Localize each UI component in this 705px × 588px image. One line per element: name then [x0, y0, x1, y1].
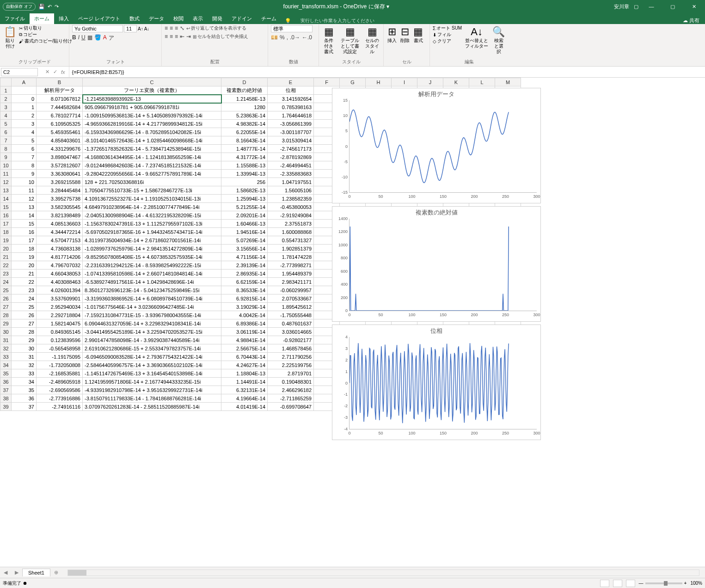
cell-styles-button[interactable]: ▦セルのスタイル	[364, 25, 380, 55]
cell[interactable]: 1.33994E-13	[221, 170, 268, 178]
cell[interactable]: 5.07269E-14	[221, 236, 268, 245]
tab-開発[interactable]: 開発	[208, 13, 227, 24]
column-header-E[interactable]: E	[268, 78, 314, 86]
cell[interactable]: 1	[12, 103, 37, 111]
tell-me-input[interactable]: 実行したい作業を入力してください	[291, 18, 677, 24]
cell[interactable]: 8.16643E-14	[221, 136, 268, 145]
row-header[interactable]: 24	[0, 278, 12, 286]
cell[interactable]: 4.026001394	[37, 286, 83, 294]
insert-cells-button[interactable]: ⊞挿入	[386, 25, 398, 44]
cell[interactable]: 4.01419E-14	[221, 403, 268, 411]
cell[interactable]: -0.565458958	[37, 344, 83, 353]
border-button[interactable]: ▦	[87, 34, 92, 42]
cell[interactable]: 1.582140475	[37, 319, 83, 328]
tab-チーム[interactable]: チーム	[257, 13, 281, 24]
cell[interactable]: 33	[12, 369, 37, 378]
cell[interactable]: 0.554731327	[268, 236, 314, 245]
maximize-button[interactable]: ▢	[664, 4, 681, 10]
cell[interactable]: 2.070533667	[268, 294, 314, 303]
row-header[interactable]: 37	[0, 386, 12, 394]
tab-ホーム[interactable]: ホーム	[30, 13, 54, 24]
format-painter-button[interactable]: 🖌 書式のコピー/貼り付け	[19, 38, 72, 44]
cell[interactable]: 8.071067812	[37, 95, 83, 103]
cell[interactable]: 30	[12, 344, 37, 353]
cell[interactable]: 1.600088868	[268, 228, 314, 236]
column-header-C[interactable]: C	[83, 78, 221, 86]
row-header[interactable]: 15	[0, 203, 12, 211]
comma-icon[interactable]: ,	[287, 34, 288, 41]
row-header[interactable]: 19	[0, 236, 12, 245]
sheet-nav-prev-icon[interactable]: ◀	[0, 570, 11, 576]
clear-button[interactable]: ◇ クリア	[433, 38, 462, 44]
cell[interactable]: 6.09044631327059E-14 + 3.22983294108341E…	[83, 319, 221, 328]
cell[interactable]: 35	[12, 386, 37, 394]
cell[interactable]: 21	[12, 270, 37, 278]
cell[interactable]: -3.056861399	[268, 120, 314, 128]
conditional-format-button[interactable]: ▦条件付き書式	[322, 25, 336, 55]
cell[interactable]: 17	[12, 236, 37, 245]
cell[interactable]: 3	[12, 120, 37, 128]
row-header[interactable]: 16	[0, 211, 12, 220]
row-header[interactable]: 33	[0, 353, 12, 361]
cell[interactable]: 4.331299676	[37, 145, 83, 153]
formula-input[interactable]: {=FOURIER(B2:B257)}	[69, 68, 705, 76]
column-header-D[interactable]: D	[221, 78, 268, 86]
cell[interactable]: 1.70504775510733E-15 + 1.58672846727E-13…	[83, 186, 221, 195]
bold-button[interactable]: B	[72, 34, 76, 42]
cell[interactable]: -0.699708647	[268, 403, 314, 411]
cell[interactable]: -2.335883683	[268, 170, 314, 178]
wrap-text-button[interactable]: ↩ 折り返して全体を表示する	[186, 25, 246, 31]
dec-decimal-icon[interactable]: ←.0	[302, 34, 312, 41]
cell[interactable]: 4.085136603	[37, 220, 83, 228]
increase-font-icon[interactable]: A↑	[138, 26, 143, 31]
cell[interactable]: 4.344472214	[37, 228, 83, 236]
cell[interactable]: 22	[12, 278, 37, 286]
cell[interactable]: 36	[12, 394, 37, 403]
row-header[interactable]: 30	[0, 328, 12, 336]
cell[interactable]: 3.363080641	[37, 170, 83, 178]
cell[interactable]: 1.047197551	[268, 178, 314, 186]
indent-dec-icon[interactable]: ⇤	[180, 33, 184, 40]
row-header[interactable]: 13	[0, 186, 12, 195]
currency-icon[interactable]: 💴	[271, 34, 278, 41]
tab-表示[interactable]: 表示	[188, 13, 208, 24]
undo-icon[interactable]: ↶	[48, 4, 52, 10]
cell[interactable]: 6.89386E-14	[221, 319, 268, 328]
cell[interactable]: 3.572812607	[37, 161, 83, 170]
row-header[interactable]: 35	[0, 369, 12, 378]
cell[interactable]: -3.81507911179833E-14 - 1.78418688766281…	[83, 394, 221, 403]
cell[interactable]: 2.225199756	[268, 361, 314, 369]
cell[interactable]: 3.15656E-14	[221, 245, 268, 253]
align-middle-icon[interactable]: ≡	[170, 25, 173, 31]
row-header[interactable]: 20	[0, 245, 12, 253]
cell[interactable]: -1.07413395810598E-14 + 2.66071481084814…	[83, 270, 221, 278]
cell[interactable]: 4.19664E-14	[221, 394, 268, 403]
tab-データ[interactable]: データ	[144, 13, 169, 24]
cell[interactable]: 3.269215588	[37, 178, 83, 186]
cell[interactable]: 31	[12, 353, 37, 361]
cell[interactable]: -2.489605918	[37, 378, 83, 386]
save-icon[interactable]: 💾	[38, 4, 45, 10]
cell[interactable]: 4.736083138	[37, 245, 83, 253]
sheet-tab[interactable]: Sheet1	[22, 569, 50, 576]
cell[interactable]: 6.70443E-14	[221, 353, 268, 361]
row-header[interactable]: 39	[0, 403, 12, 411]
cell[interactable]: -2.878192869	[268, 153, 314, 161]
cell[interactable]: 4.796707032	[37, 261, 83, 270]
cell[interactable]: 4.98841E-14	[221, 336, 268, 344]
cell[interactable]: 2.292718804	[37, 311, 83, 319]
worksheet-area[interactable]: ABCDEFGHIJKLM 1解析用データフーリエ変換（複素数）複素数の絶対値位…	[0, 78, 705, 567]
cell[interactable]: 1.21458E-13	[221, 95, 268, 103]
row-header[interactable]: 38	[0, 394, 12, 403]
cell[interactable]: 1.238582359	[268, 195, 314, 203]
cell[interactable]: 13	[12, 203, 37, 211]
cell[interactable]: 0.190488301	[268, 378, 314, 386]
cell[interactable]: 19	[12, 253, 37, 261]
sort-filter-button[interactable]: A↓並べ替えとフィルター	[464, 25, 490, 50]
cell[interactable]: 1.48777E-14	[221, 145, 268, 153]
cell[interactable]: 256	[221, 178, 268, 186]
cell[interactable]: -9.28042220955656E-14 - 9.66527757891789…	[83, 170, 221, 178]
cell[interactable]: 5.23863E-14	[221, 111, 268, 120]
ribbon-options-icon[interactable]: ▢	[634, 4, 638, 10]
tab-挿入[interactable]: 挿入	[54, 13, 74, 24]
